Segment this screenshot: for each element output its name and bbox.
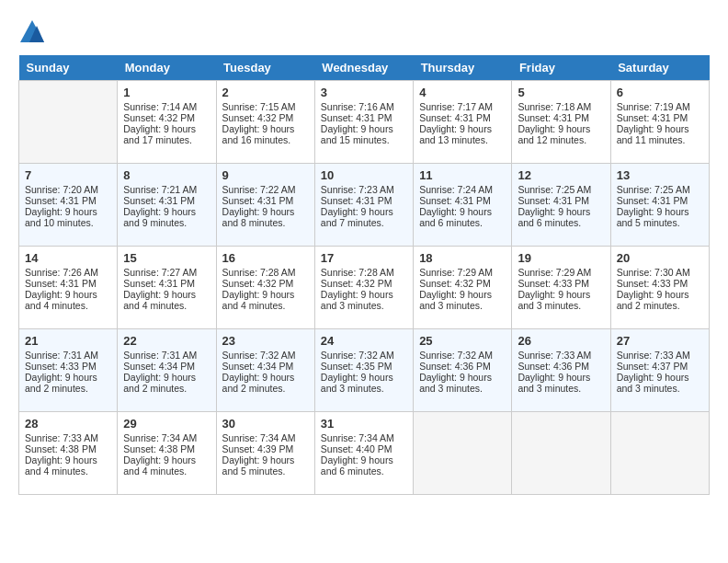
daylight-text: Daylight: 9 hours and 6 minutes. [321, 454, 407, 477]
sunrise-text: Sunrise: 7:18 AM [518, 101, 604, 112]
daylight-text: Daylight: 9 hours and 3 minutes. [518, 289, 604, 311]
week-row-1: 7Sunrise: 7:20 AMSunset: 4:31 PMDaylight… [19, 164, 710, 247]
calendar-cell: 12Sunrise: 7:25 AMSunset: 4:31 PMDayligh… [512, 164, 610, 247]
week-row-3: 21Sunrise: 7:31 AMSunset: 4:33 PMDayligh… [19, 329, 710, 412]
sunrise-text: Sunrise: 7:33 AM [617, 350, 703, 361]
sunrise-text: Sunrise: 7:32 AM [321, 350, 407, 361]
sunrise-text: Sunrise: 7:27 AM [123, 267, 210, 278]
sunset-text: Sunset: 4:31 PM [25, 195, 111, 206]
calendar-cell: 30Sunrise: 7:34 AMSunset: 4:39 PMDayligh… [216, 412, 314, 495]
daylight-text: Daylight: 9 hours and 9 minutes. [123, 206, 210, 228]
calendar-cell: 23Sunrise: 7:32 AMSunset: 4:34 PMDayligh… [216, 329, 314, 412]
sunset-text: Sunset: 4:31 PM [419, 112, 506, 123]
daylight-text: Daylight: 9 hours and 4 minutes. [25, 289, 111, 311]
day-number: 23 [222, 334, 309, 348]
calendar-cell: 5Sunrise: 7:18 AMSunset: 4:31 PMDaylight… [512, 81, 610, 164]
day-header-friday: Friday [512, 55, 610, 81]
sunset-text: Sunset: 4:31 PM [617, 112, 703, 123]
sunset-text: Sunset: 4:35 PM [321, 361, 407, 372]
sunrise-text: Sunrise: 7:30 AM [617, 267, 703, 278]
day-number: 28 [25, 417, 111, 431]
day-number: 30 [222, 417, 309, 431]
day-number: 3 [321, 86, 407, 99]
sunrise-text: Sunrise: 7:22 AM [222, 184, 309, 195]
logo [18, 18, 50, 46]
daylight-text: Daylight: 9 hours and 2 minutes. [222, 372, 309, 394]
day-number: 7 [25, 168, 111, 182]
calendar-cell: 9Sunrise: 7:22 AMSunset: 4:31 PMDaylight… [216, 164, 314, 247]
day-number: 6 [617, 86, 703, 99]
day-number: 11 [419, 168, 506, 182]
calendar-cell: 27Sunrise: 7:33 AMSunset: 4:37 PMDayligh… [610, 329, 709, 412]
day-number: 13 [617, 168, 703, 182]
logo-icon [18, 18, 46, 46]
daylight-text: Daylight: 9 hours and 6 minutes. [518, 206, 604, 228]
day-number: 19 [518, 251, 604, 265]
calendar-cell [512, 412, 610, 495]
sunset-text: Sunset: 4:31 PM [518, 195, 604, 206]
daylight-text: Daylight: 9 hours and 4 minutes. [123, 454, 210, 477]
day-number: 8 [123, 168, 210, 182]
sunset-text: Sunset: 4:33 PM [617, 278, 703, 289]
sunset-text: Sunset: 4:31 PM [123, 195, 210, 206]
daylight-text: Daylight: 9 hours and 4 minutes. [25, 454, 111, 477]
day-number: 12 [518, 168, 604, 182]
day-header-sunday: Sunday [19, 55, 118, 81]
day-header-thursday: Thursday [414, 55, 512, 81]
calendar-cell: 24Sunrise: 7:32 AMSunset: 4:35 PMDayligh… [314, 329, 413, 412]
calendar-cell: 10Sunrise: 7:23 AMSunset: 4:31 PMDayligh… [314, 164, 413, 247]
sunrise-text: Sunrise: 7:28 AM [222, 267, 309, 278]
day-number: 4 [419, 86, 506, 99]
day-header-saturday: Saturday [610, 55, 709, 81]
daylight-text: Daylight: 9 hours and 12 minutes. [518, 123, 604, 145]
week-row-0: 1Sunrise: 7:14 AMSunset: 4:32 PMDaylight… [19, 81, 710, 164]
day-number: 21 [25, 334, 111, 348]
day-number: 16 [222, 251, 309, 265]
calendar-cell: 2Sunrise: 7:15 AMSunset: 4:32 PMDaylight… [216, 81, 314, 164]
sunrise-text: Sunrise: 7:29 AM [518, 267, 604, 278]
daylight-text: Daylight: 9 hours and 4 minutes. [222, 289, 309, 311]
sunset-text: Sunset: 4:39 PM [222, 443, 309, 454]
sunrise-text: Sunrise: 7:34 AM [222, 432, 309, 443]
calendar-cell: 25Sunrise: 7:32 AMSunset: 4:36 PMDayligh… [414, 329, 512, 412]
daylight-text: Daylight: 9 hours and 16 minutes. [222, 123, 309, 145]
sunset-text: Sunset: 4:31 PM [123, 278, 210, 289]
daylight-text: Daylight: 9 hours and 13 minutes. [419, 123, 506, 145]
sunrise-text: Sunrise: 7:17 AM [419, 101, 506, 112]
daylight-text: Daylight: 9 hours and 5 minutes. [222, 454, 309, 477]
daylight-text: Daylight: 9 hours and 7 minutes. [321, 206, 407, 228]
day-number: 31 [321, 417, 407, 431]
sunrise-text: Sunrise: 7:16 AM [321, 101, 407, 112]
day-header-tuesday: Tuesday [216, 55, 314, 81]
sunset-text: Sunset: 4:32 PM [222, 278, 309, 289]
calendar-table: SundayMondayTuesdayWednesdayThursdayFrid… [18, 55, 710, 495]
sunrise-text: Sunrise: 7:33 AM [25, 432, 111, 443]
daylight-text: Daylight: 9 hours and 2 minutes. [123, 372, 210, 394]
calendar-cell: 4Sunrise: 7:17 AMSunset: 4:31 PMDaylight… [414, 81, 512, 164]
calendar-cell: 29Sunrise: 7:34 AMSunset: 4:38 PMDayligh… [118, 412, 216, 495]
sunrise-text: Sunrise: 7:25 AM [617, 184, 703, 195]
day-number: 17 [321, 251, 407, 265]
sunset-text: Sunset: 4:32 PM [321, 278, 407, 289]
sunrise-text: Sunrise: 7:26 AM [25, 267, 111, 278]
calendar-cell: 20Sunrise: 7:30 AMSunset: 4:33 PMDayligh… [610, 247, 709, 329]
sunrise-text: Sunrise: 7:34 AM [321, 432, 407, 443]
calendar-cell: 7Sunrise: 7:20 AMSunset: 4:31 PMDaylight… [19, 164, 118, 247]
sunrise-text: Sunrise: 7:25 AM [518, 184, 604, 195]
sunrise-text: Sunrise: 7:28 AM [321, 267, 407, 278]
sunrise-text: Sunrise: 7:15 AM [222, 101, 309, 112]
daylight-text: Daylight: 9 hours and 10 minutes. [25, 206, 111, 228]
daylight-text: Daylight: 9 hours and 6 minutes. [419, 206, 506, 228]
day-number: 1 [123, 86, 210, 99]
calendar-cell: 18Sunrise: 7:29 AMSunset: 4:32 PMDayligh… [414, 247, 512, 329]
calendar-cell: 1Sunrise: 7:14 AMSunset: 4:32 PMDaylight… [118, 81, 216, 164]
sunrise-text: Sunrise: 7:29 AM [419, 267, 506, 278]
header [18, 18, 710, 46]
sunrise-text: Sunrise: 7:31 AM [25, 350, 111, 361]
day-header-monday: Monday [118, 55, 216, 81]
day-number: 29 [123, 417, 210, 431]
calendar-cell: 19Sunrise: 7:29 AMSunset: 4:33 PMDayligh… [512, 247, 610, 329]
sunset-text: Sunset: 4:32 PM [222, 112, 309, 123]
sunrise-text: Sunrise: 7:32 AM [419, 350, 506, 361]
day-number: 26 [518, 334, 604, 348]
